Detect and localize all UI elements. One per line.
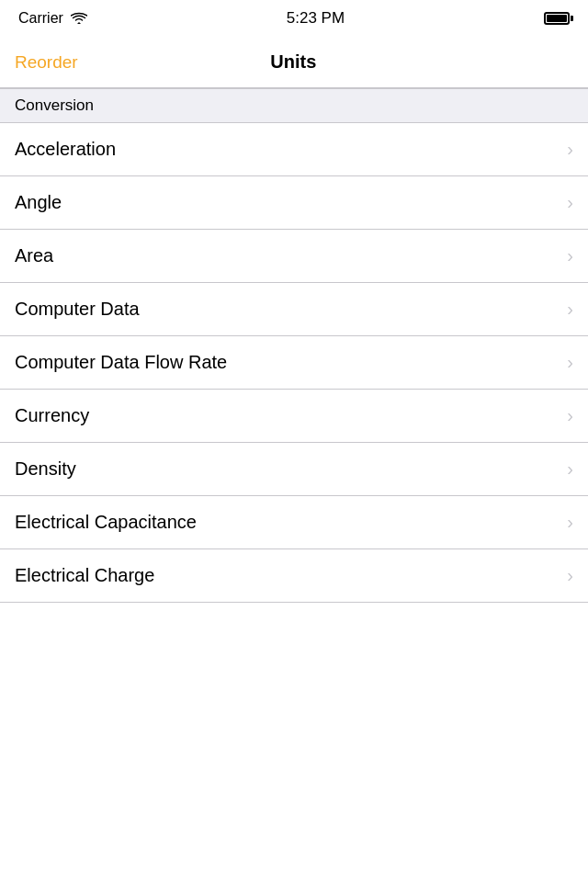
status-bar-time: 5:23 PM — [287, 9, 345, 28]
list-item-label: Electrical Charge — [15, 565, 154, 586]
chevron-right-icon: › — [567, 405, 573, 426]
wifi-icon — [71, 12, 87, 25]
list-item[interactable]: Computer Data› — [0, 283, 588, 336]
chevron-right-icon: › — [567, 565, 573, 586]
list-item[interactable]: Angle› — [0, 176, 588, 230]
chevron-right-icon: › — [567, 139, 573, 160]
chevron-right-icon: › — [567, 512, 573, 533]
list-item-label: Electrical Capacitance — [15, 512, 197, 533]
status-bar: Carrier 5:23 PM — [0, 0, 588, 37]
chevron-right-icon: › — [567, 352, 573, 373]
list-item[interactable]: Density› — [0, 443, 588, 496]
status-bar-right — [544, 12, 570, 25]
chevron-right-icon: › — [567, 245, 573, 266]
reorder-button[interactable]: Reorder — [15, 52, 78, 73]
battery-icon — [544, 12, 570, 25]
chevron-right-icon: › — [567, 458, 573, 480]
conversion-list: Acceleration›Angle›Area›Computer Data›Co… — [0, 123, 588, 603]
section-header: Conversion — [0, 88, 588, 123]
list-item-label: Density — [15, 458, 76, 480]
list-item[interactable]: Electrical Capacitance› — [0, 496, 588, 549]
list-item[interactable]: Acceleration› — [0, 123, 588, 176]
section-header-label: Conversion — [15, 96, 94, 115]
list-item-label: Angle — [15, 192, 62, 213]
list-item[interactable]: Computer Data Flow Rate› — [0, 336, 588, 390]
page-title: Units — [270, 51, 316, 73]
chevron-right-icon: › — [567, 299, 573, 320]
carrier-label: Carrier — [18, 10, 63, 27]
chevron-right-icon: › — [567, 192, 573, 213]
list-item[interactable]: Currency› — [0, 390, 588, 443]
list-item-label: Area — [15, 245, 53, 266]
list-item-label: Currency — [15, 405, 89, 426]
list-item-label: Computer Data — [15, 299, 140, 320]
nav-bar: Reorder Units — [0, 37, 588, 88]
list-item-label: Computer Data Flow Rate — [15, 352, 227, 373]
status-bar-left: Carrier — [18, 10, 87, 27]
battery-fill — [547, 15, 567, 22]
list-item-label: Acceleration — [15, 139, 116, 160]
list-item[interactable]: Electrical Charge› — [0, 549, 588, 603]
list-item[interactable]: Area› — [0, 230, 588, 283]
